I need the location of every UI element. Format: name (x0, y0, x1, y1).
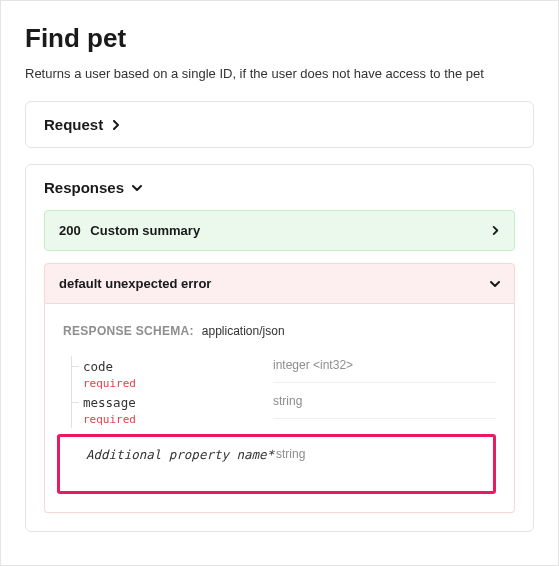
responses-body: 200 Custom summary default unexpected er… (26, 210, 533, 531)
request-panel: Request (25, 101, 534, 148)
schema-mime: application/json (202, 324, 285, 338)
schema-field-message: message required string (63, 392, 496, 428)
schema-field-additional: Additional property name* string (66, 445, 487, 481)
field-name: message (83, 394, 273, 412)
field-name: code (83, 358, 273, 376)
schema-table: code required integer <int32> message (63, 356, 496, 494)
response-default-label: default unexpected error (59, 276, 211, 291)
status-code: 200 (59, 223, 81, 238)
schema-field-code: code required integer <int32> (63, 356, 496, 392)
response-default-header[interactable]: default unexpected error (44, 263, 515, 304)
chevron-right-icon (491, 226, 500, 235)
request-header[interactable]: Request (26, 102, 533, 147)
page-description: Returns a user based on a single ID, if … (25, 66, 534, 81)
chevron-down-icon (490, 279, 500, 289)
api-doc-page: Find pet Returns a user based on a singl… (0, 0, 559, 566)
field-type: string (273, 394, 496, 408)
response-default-body: RESPONSE SCHEMA: application/json code r… (44, 304, 515, 513)
field-name: Additional property name* (86, 447, 276, 462)
field-required: required (83, 412, 273, 427)
chevron-down-icon (132, 183, 142, 193)
response-default: default unexpected error RESPONSE SCHEMA… (44, 263, 515, 513)
field-required: required (83, 376, 273, 391)
response-200-row[interactable]: 200 Custom summary (44, 210, 515, 251)
field-type: string (276, 447, 487, 461)
chevron-right-icon (111, 120, 121, 130)
field-left: Additional property name* (86, 445, 276, 462)
request-label: Request (44, 116, 103, 133)
schema-label-row: RESPONSE SCHEMA: application/json (63, 324, 496, 338)
field-left: message required (83, 392, 273, 427)
field-right: string (273, 392, 496, 419)
responses-header[interactable]: Responses (26, 165, 533, 210)
schema-label: RESPONSE SCHEMA: (63, 324, 194, 338)
responses-label: Responses (44, 179, 124, 196)
status-summary: Custom summary (90, 223, 200, 238)
responses-panel: Responses 200 Custom summary default une… (25, 164, 534, 532)
page-title: Find pet (25, 23, 534, 54)
field-right: string (276, 445, 487, 461)
field-left: code required (83, 356, 273, 391)
additional-property-highlight: Additional property name* string (57, 434, 496, 494)
field-type: integer <int32> (273, 358, 496, 372)
response-200-left: 200 Custom summary (59, 223, 200, 238)
field-right: integer <int32> (273, 356, 496, 383)
